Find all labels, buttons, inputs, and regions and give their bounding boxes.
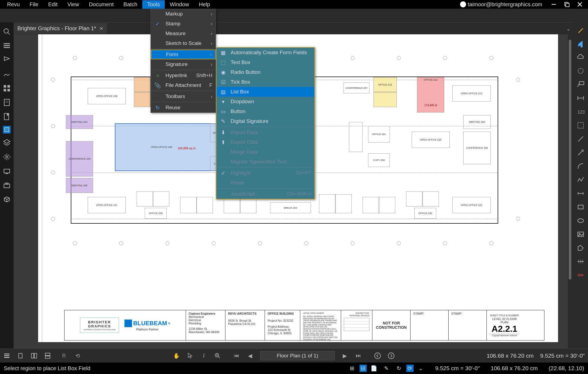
- text-select-icon[interactable]: I: [200, 352, 207, 359]
- 3d-icon[interactable]: [3, 196, 11, 203]
- history-forward-icon[interactable]: [388, 352, 395, 359]
- submenu-text-box[interactable]: ⬚Text Box: [216, 57, 314, 67]
- arrow-icon[interactable]: [577, 149, 584, 156]
- reuse-snap-icon[interactable]: ↻: [396, 365, 403, 372]
- page-rotate-icon[interactable]: ⟲: [74, 352, 81, 359]
- document-icon[interactable]: [3, 99, 11, 106]
- thumbnails-icon[interactable]: [3, 42, 11, 50]
- menu-revu[interactable]: Revu: [2, 0, 25, 9]
- content-snap-icon[interactable]: 📄: [370, 365, 378, 372]
- svg-point-26: [578, 68, 583, 74]
- room-meeting-201b: [134, 92, 150, 107]
- room-open-office-240: OPEN OFFICE 209: [115, 123, 224, 171]
- rectangle-icon[interactable]: [577, 203, 584, 211]
- count-icon[interactable]: 123: [577, 108, 584, 115]
- single-page-icon[interactable]: [17, 352, 24, 359]
- arc-icon[interactable]: [577, 162, 584, 170]
- dropdown-chevron-icon[interactable]: ⌄: [417, 365, 424, 372]
- submenu-export-data: ⬆Export Data: [216, 137, 314, 147]
- dropdown-icon: ▾: [220, 99, 227, 105]
- menu-item-form[interactable]: Form›: [151, 50, 216, 59]
- window-minimize[interactable]: [551, 2, 556, 7]
- dimension-icon[interactable]: [577, 94, 584, 102]
- history-back-icon[interactable]: [374, 352, 381, 359]
- cursor-icon[interactable]: [187, 352, 194, 359]
- prev-page-icon[interactable]: ◀: [247, 352, 254, 359]
- menu-item-toolbars[interactable]: Toolbars›: [151, 92, 216, 101]
- window-close[interactable]: [577, 2, 583, 7]
- menu-tools[interactable]: Tools: [142, 0, 165, 9]
- split-horizontal-icon[interactable]: [44, 352, 51, 359]
- fence2-icon[interactable]: [577, 271, 584, 279]
- menu-file[interactable]: File: [25, 0, 43, 9]
- bottom-navigation-bar: ⎘ ⟲ ✋ I ⏮ ◀ Floor Plan (1 of 1) ▶ ⏭ 106.…: [0, 348, 588, 363]
- sync-icon[interactable]: ⟳: [406, 365, 414, 372]
- tab-close-icon[interactable]: ✕: [99, 26, 103, 32]
- pen-icon[interactable]: [577, 40, 584, 47]
- page-setup-icon[interactable]: ⎘: [60, 352, 68, 359]
- submenu-auto-fields[interactable]: ▦Automatically Create Form Fields: [216, 48, 314, 57]
- signature-icon[interactable]: [3, 70, 11, 78]
- grid-snap-icon[interactable]: ⊞: [349, 365, 356, 372]
- flag-icon[interactable]: [3, 56, 11, 64]
- vertical-scrollbar[interactable]: [568, 34, 573, 348]
- form-panel-icon[interactable]: [3, 126, 11, 133]
- search-icon[interactable]: [3, 28, 11, 35]
- next-page-icon[interactable]: ▶: [341, 352, 348, 359]
- perpendicular-icon[interactable]: [577, 190, 584, 197]
- highlighter-icon[interactable]: [577, 26, 584, 34]
- menu-item-markup[interactable]: Markup›: [151, 9, 216, 19]
- layers-icon[interactable]: [3, 139, 11, 147]
- menu-item-sketch[interactable]: Sketch to Scale›: [151, 38, 216, 48]
- svg-point-40: [578, 219, 584, 223]
- polyline-icon[interactable]: [577, 176, 584, 184]
- stamp-icon: ✓: [154, 21, 161, 27]
- submenu-radio-button[interactable]: ◉Radio Button: [216, 67, 314, 77]
- menu-item-measure[interactable]: Measure›: [151, 29, 216, 38]
- submenu-list-box[interactable]: ▤List Box: [216, 87, 314, 97]
- line-icon[interactable]: [577, 135, 584, 143]
- ellipse-icon[interactable]: [577, 217, 584, 224]
- menu-document[interactable]: Document: [84, 0, 118, 9]
- hand-tool-icon[interactable]: ✋: [173, 352, 180, 359]
- window-maximize[interactable]: [564, 2, 569, 7]
- fence-icon[interactable]: [577, 258, 584, 265]
- first-page-icon[interactable]: ⏮: [233, 352, 240, 359]
- gear-icon[interactable]: [577, 67, 584, 75]
- page-number-display[interactable]: Floor Plan (1 of 1): [260, 351, 335, 360]
- document-tab[interactable]: Brighter Graphics - Floor Plan 1* ✕: [14, 23, 107, 34]
- zoom-tool-icon[interactable]: [214, 352, 221, 359]
- menu-item-hyperlink[interactable]: ⟐HyperlinkShift+H: [151, 71, 216, 80]
- user-email[interactable]: taimoor@brightergraphics.com: [460, 1, 542, 8]
- cloud-icon[interactable]: [577, 53, 584, 61]
- callout-icon[interactable]: [577, 81, 584, 88]
- markup-snap-icon[interactable]: ✎: [383, 365, 390, 372]
- studio-icon[interactable]: [3, 167, 11, 175]
- submenu-digital-signature[interactable]: ✎Digital Signature: [216, 116, 314, 126]
- select-area-icon[interactable]: [577, 121, 584, 129]
- menu-edit[interactable]: Edit: [43, 0, 62, 9]
- object-snap-icon[interactable]: ⊟: [360, 365, 367, 372]
- menu-item-file-attachment[interactable]: 📎File AttachmentF: [151, 80, 216, 90]
- panel-toggle-icon[interactable]: [3, 352, 10, 359]
- submenu-dropdown[interactable]: ▾Dropdown: [216, 97, 314, 107]
- menu-help[interactable]: Help: [194, 0, 215, 9]
- svg-point-5: [4, 29, 8, 33]
- toolchest-icon[interactable]: [3, 181, 11, 189]
- settings-icon[interactable]: [3, 153, 11, 161]
- menu-batch[interactable]: Batch: [119, 0, 142, 9]
- polygon-icon[interactable]: [577, 244, 584, 252]
- submenu-tick-box[interactable]: ☑Tick Box: [216, 77, 314, 87]
- last-page-icon[interactable]: ⏭: [355, 352, 362, 359]
- tab-dropdown-icon[interactable]: ⌄: [566, 25, 571, 32]
- image-icon[interactable]: [577, 230, 584, 238]
- menu-item-reuse[interactable]: ↻Reuse: [151, 103, 216, 112]
- menu-item-signature[interactable]: Signature›: [151, 59, 216, 69]
- menu-window[interactable]: Window: [165, 0, 194, 9]
- split-vertical-icon[interactable]: [30, 352, 38, 359]
- menu-view[interactable]: View: [62, 0, 84, 9]
- bookmark-icon[interactable]: [3, 113, 11, 120]
- menu-item-stamp[interactable]: ✓Stamp›: [151, 19, 216, 29]
- grid-icon[interactable]: [3, 84, 11, 92]
- submenu-button[interactable]: ▭Button: [216, 107, 314, 116]
